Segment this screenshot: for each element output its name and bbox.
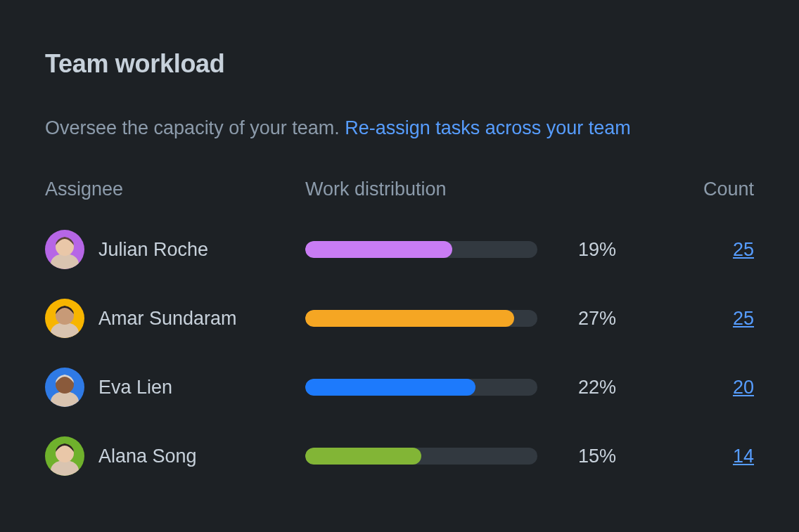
work-bar-track [305,241,537,258]
assignee-name: Alana Song [98,446,197,467]
avatar [45,436,84,476]
table-row: Alana Song 15% 14 [45,436,754,476]
page-subtitle: Oversee the capacity of your team. Re-as… [45,115,754,141]
count-cell: 25 [663,239,754,261]
work-bar-track [305,310,537,327]
column-header-count: Count [663,179,754,200]
workload-rows: Julian Roche 19% 25 Amar Sundaram 27% 25 [45,230,754,476]
work-percentage: 19% [563,239,616,261]
subtitle-text: Oversee the capacity of your team. [45,117,345,138]
column-header-assignee: Assignee [45,179,305,200]
page-title: Team workload [45,49,754,79]
column-header-work: Work distribution [305,179,663,200]
assignee-name: Amar Sundaram [98,308,237,330]
count-link[interactable]: 25 [733,239,754,260]
work-cell: 27% [305,308,663,330]
work-cell: 15% [305,446,663,467]
avatar [45,299,84,338]
count-link[interactable]: 25 [733,308,754,329]
work-percentage: 15% [563,446,616,467]
work-cell: 22% [305,377,663,398]
work-bar-fill [305,310,514,327]
avatar [45,368,84,407]
assignee-cell: Amar Sundaram [45,299,305,338]
assignee-cell: Julian Roche [45,230,305,269]
work-bar-fill [305,241,452,258]
avatar [45,230,84,269]
count-cell: 14 [663,446,754,467]
count-cell: 20 [663,377,754,398]
table-row: Julian Roche 19% 25 [45,230,754,269]
table-header-row: Assignee Work distribution Count [45,179,754,200]
work-bar-track [305,448,537,465]
assignee-cell: Alana Song [45,436,305,476]
count-cell: 25 [663,308,754,330]
reassign-tasks-link[interactable]: Re-assign tasks across your team [345,117,631,138]
team-workload-panel: Team workload Oversee the capacity of yo… [0,0,799,532]
work-bar-track [305,379,537,396]
work-percentage: 22% [563,377,616,398]
assignee-name: Eva Lien [98,377,172,398]
work-percentage: 27% [563,308,616,330]
assignee-cell: Eva Lien [45,368,305,407]
assignee-name: Julian Roche [98,239,208,261]
work-bar-fill [305,379,475,396]
table-row: Eva Lien 22% 20 [45,368,754,407]
table-row: Amar Sundaram 27% 25 [45,299,754,338]
work-bar-fill [305,448,421,465]
work-cell: 19% [305,239,663,261]
count-link[interactable]: 20 [733,377,754,398]
count-link[interactable]: 14 [733,446,754,467]
